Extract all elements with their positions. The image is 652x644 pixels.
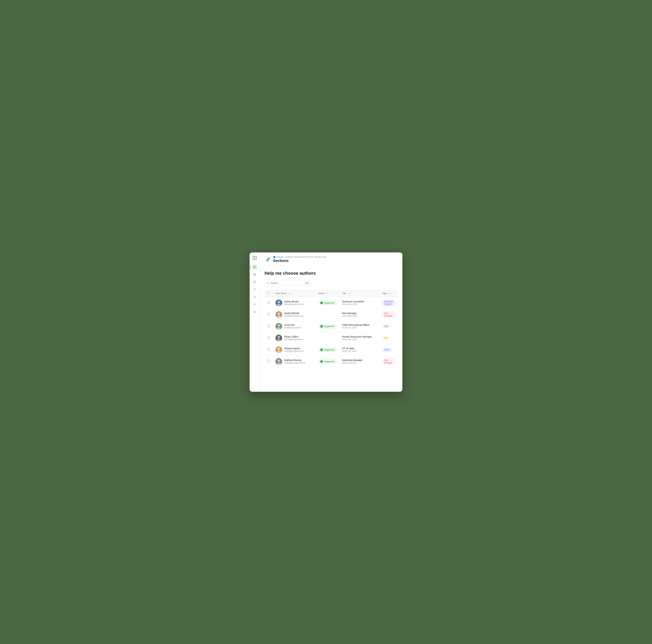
svg-rect-5 <box>255 273 256 274</box>
column-header-title[interactable]: Title ▲▼ <box>339 290 379 297</box>
header-text: 📘 Projects / Software Development RFP fo… <box>273 256 326 263</box>
user-name: Sarah Mitchell <box>284 312 303 315</box>
table-row[interactable]: Ji-Ho Kim jiho@responsive.io ✓ Suggested… <box>265 320 398 332</box>
search-icon <box>267 282 269 284</box>
search-input[interactable] <box>270 282 303 284</box>
grid-menu-icon[interactable] <box>253 256 257 260</box>
svg-point-19 <box>278 301 280 303</box>
column-header-tags[interactable]: Tags ▲▼ <box>379 290 398 297</box>
status-check-icon: ✓ <box>320 360 323 363</box>
job-title: Technical Consultant <box>342 300 377 303</box>
since-date: Since Dec, 2022 <box>342 338 377 341</box>
app-container: 📘 Projects / Software Development RFP fo… <box>250 253 402 392</box>
status-label: Suggested <box>324 302 334 304</box>
svg-point-34 <box>278 359 280 362</box>
avatar <box>275 335 282 341</box>
user-info: James Brown james@responsive.io <box>284 300 304 305</box>
user-cell: Rohani Kapoor rohan@responsive.io <box>275 346 313 353</box>
status-badge: ✓ Suggested <box>318 301 336 305</box>
sidebar <box>250 253 260 392</box>
sidebar-item-list[interactable] <box>252 301 258 307</box>
section-heading: Help me choose authors <box>265 271 398 276</box>
projects-icon: 📘 <box>273 256 276 258</box>
table-row[interactable]: Rohani Kapoor rohan@responsive.io ✓ Sugg… <box>265 344 398 356</box>
select-all-header[interactable] <box>265 290 273 297</box>
projects-link[interactable]: 📘 Projects <box>273 256 283 258</box>
sort-title-icon[interactable]: ▲▼ <box>347 292 350 294</box>
svg-rect-9 <box>253 282 256 283</box>
tag-badge: Risk Manager <box>382 312 395 318</box>
sort-user-icon[interactable]: ▲▼ <box>288 292 291 294</box>
sidebar-item-profile[interactable] <box>252 309 258 315</box>
title-cell: Risk Manager Since May, 2024 <box>342 312 377 317</box>
user-info: Ji-Ho Kim jiho@responsive.io <box>284 324 302 329</box>
user-email: sarah@responsive.io <box>284 315 303 317</box>
sort-status-icon[interactable]: ▲▼ <box>326 292 329 294</box>
page-title: Sections <box>273 259 326 263</box>
table-row[interactable]: James Brown james@responsive.io ✓ Sugges… <box>265 297 398 309</box>
tag-badge: HR <box>382 336 389 340</box>
authors-table: User Name ▲▼ Status ▲▼ Title ▲▼ Tags <box>265 290 398 367</box>
row-checkbox-5[interactable] <box>267 360 270 362</box>
job-title: Chief Informational Officer <box>342 324 377 326</box>
user-info: Sarah Mitchell sarah@responsive.io <box>284 312 303 317</box>
avatar <box>275 311 282 318</box>
table-row[interactable]: Sarah Mitchell sarah@responsive.io Risk … <box>265 309 398 320</box>
user-email: jiho@responsive.io <box>284 327 302 329</box>
sidebar-item-document[interactable] <box>252 264 258 270</box>
status-check-icon: ✓ <box>320 325 323 328</box>
row-checkbox-3[interactable] <box>267 336 270 339</box>
title-cell: Marketing Manager Since Aug, 2022 <box>342 359 377 364</box>
status-label: Suggested <box>324 360 334 363</box>
user-name: Ji-Ho Kim <box>284 324 302 326</box>
status-label: Suggested <box>324 325 334 328</box>
title-cell: Technical Consultant Since Sep, 2023 <box>342 300 377 305</box>
main-content: 📘 Projects / Software Development RFP fo… <box>260 253 402 392</box>
body: Help me choose authors ⌘1 <box>260 266 402 392</box>
breadcrumb-current: Software Development RFP for Velocity La… <box>286 256 326 258</box>
avatar <box>275 346 282 353</box>
status-label: Suggested <box>324 349 334 351</box>
title-cell: VP of Sales Since Oct, 2023 <box>342 347 377 352</box>
svg-point-25 <box>278 324 280 327</box>
svg-line-17 <box>268 284 269 284</box>
user-email: james@responsive.io <box>284 303 304 305</box>
search-bar[interactable]: ⌘1 <box>265 280 312 286</box>
job-title: Risk Manager <box>342 312 377 315</box>
user-email: ethan@responsive.io <box>284 338 303 341</box>
sidebar-item-undo[interactable] <box>252 286 258 292</box>
row-checkbox-4[interactable] <box>267 348 270 351</box>
sidebar-item-history[interactable] <box>252 294 258 300</box>
user-cell: Mathew Rooney mathew@responsive.io <box>275 358 313 365</box>
user-cell: Ji-Ho Kim jiho@responsive.io <box>275 323 313 330</box>
sidebar-item-layout[interactable] <box>252 279 258 285</box>
tag-badge: Technical Consult <box>382 300 395 306</box>
table-row[interactable]: Mathew Rooney mathew@responsive.io ✓ Sug… <box>265 356 398 367</box>
since-date: Since Jun, 2020 <box>342 327 377 329</box>
avatar <box>275 358 282 365</box>
user-name: Ethan Collins <box>284 335 303 338</box>
table-row[interactable]: Ethan Collins ethan@responsive.io Human … <box>265 332 398 344</box>
projects-label[interactable]: Projects <box>276 256 283 258</box>
header: 📘 Projects / Software Development RFP fo… <box>260 253 402 266</box>
since-date: Since Aug, 2022 <box>342 362 377 364</box>
table-header-row: User Name ▲▼ Status ▲▼ Title ▲▼ Tags <box>265 290 398 297</box>
select-all-checkbox[interactable] <box>267 292 270 294</box>
row-checkbox-0[interactable] <box>267 301 270 304</box>
row-checkbox-1[interactable] <box>267 313 270 316</box>
row-checkbox-2[interactable] <box>267 325 270 327</box>
title-cell: Human Resources Manager Since Dec, 2022 <box>342 335 377 341</box>
job-title: VP of Sales <box>342 347 377 350</box>
column-header-user[interactable]: User Name ▲▼ <box>273 290 315 297</box>
title-cell: Chief Informational Officer Since Jun, 2… <box>342 324 377 329</box>
svg-rect-4 <box>253 273 254 274</box>
since-date: Since Sep, 2023 <box>342 303 377 305</box>
svg-rect-6 <box>253 275 254 276</box>
sort-tags-icon[interactable]: ▲▼ <box>388 292 391 294</box>
tag-badge: Sales <box>382 348 391 352</box>
breadcrumb-separator: / <box>284 256 284 258</box>
since-date: Since Oct, 2023 <box>342 350 377 352</box>
column-header-status[interactable]: Status ▲▼ <box>315 290 339 297</box>
avatar <box>275 300 282 306</box>
sidebar-item-grid[interactable] <box>252 272 258 278</box>
